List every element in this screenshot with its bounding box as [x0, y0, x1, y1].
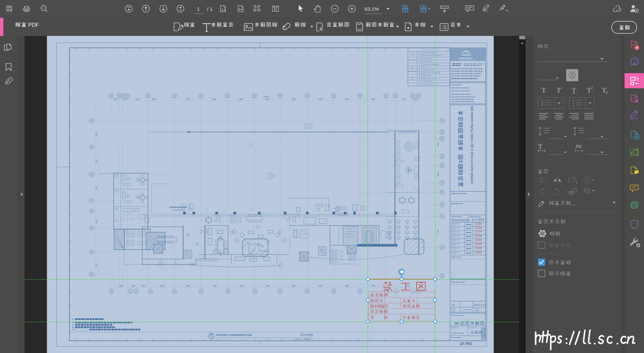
- svg-text:7800: 7800: [291, 285, 296, 287]
- svg-text:7900: 7900: [437, 142, 439, 146]
- svg-text:FF: FF: [210, 334, 213, 336]
- svg-text:2021.5.31: 2021.5.31: [474, 303, 486, 306]
- svg-text:3: 3: [458, 160, 464, 163]
- svg-text:...: ...: [572, 201, 575, 206]
- svg-text:1400: 1400: [141, 285, 145, 287]
- svg-text:7800: 7800: [371, 285, 375, 287]
- svg-text:FIXTURE & FURNISHING PLAN: FIXTURE & FURNISHING PLAN: [216, 334, 252, 336]
- svg-text:2450: 2450: [119, 285, 123, 287]
- svg-text:7800: 7800: [318, 285, 322, 287]
- svg-text:1400: 1400: [136, 98, 140, 100]
- svg-text:3800: 3800: [95, 159, 97, 163]
- svg-text:7800: 7800: [186, 285, 190, 287]
- svg-text:8300: 8300: [160, 285, 164, 287]
- svg-text:T: T: [572, 86, 577, 94]
- svg-text:?: ?: [571, 73, 574, 78]
- svg-text:PDF: PDF: [28, 22, 39, 28]
- svg-text:1000: 1000: [123, 98, 127, 100]
- svg-text:5300: 5300: [437, 172, 439, 176]
- svg-text:/ 1: / 1: [207, 6, 213, 12]
- svg-text:Scale 1 : 150(A1): Scale 1 : 150(A1): [295, 338, 311, 340]
- svg-text:8300: 8300: [152, 98, 156, 100]
- svg-text:7800: 7800: [345, 285, 349, 287]
- svg-text:.: .: [459, 153, 464, 154]
- svg-text:2021.5.31: 2021.5.31: [452, 332, 464, 335]
- svg-text:7800: 7800: [239, 98, 243, 100]
- svg-text:S0100210182: S0100210182: [451, 218, 469, 222]
- svg-text:1:1: 1:1: [221, 8, 226, 11]
- svg-text:63.1%: 63.1%: [365, 6, 379, 12]
- svg-text:A1: A1: [452, 303, 455, 306]
- svg-text:7800: 7800: [345, 98, 349, 100]
- svg-text:2450: 2450: [113, 98, 117, 100]
- svg-text:1: 1: [197, 6, 200, 12]
- svg-text:7800: 7800: [239, 285, 244, 287]
- svg-text:9150: 9150: [406, 285, 410, 287]
- svg-text:7800: 7800: [265, 285, 269, 287]
- svg-text:-1F: -1F: [210, 337, 213, 339]
- svg-text:7800: 7800: [371, 98, 375, 100]
- svg-text:5000: 5000: [95, 219, 97, 223]
- svg-text:A: A: [632, 43, 635, 47]
- svg-text:7800: 7800: [212, 98, 216, 100]
- svg-text:7800: 7800: [265, 98, 269, 100]
- svg-text:87300: 87300: [264, 96, 269, 98]
- svg-text:3: 3: [573, 104, 574, 107]
- svg-text:7800: 7800: [318, 98, 322, 100]
- svg-text:1: 1: [606, 90, 608, 95]
- svg-text:7800: 7800: [95, 186, 97, 190]
- svg-text:-1F-P01: -1F-P01: [459, 342, 472, 346]
- svg-text:7800: 7800: [95, 263, 97, 267]
- svg-text:7800: 7800: [213, 285, 217, 287]
- svg-text:7000: 7000: [437, 230, 439, 233]
- svg-text:7700: 7700: [402, 98, 406, 100]
- svg-text:T: T: [556, 86, 561, 94]
- svg-text:7800: 7800: [291, 98, 296, 100]
- svg-text:T: T: [538, 143, 543, 150]
- svg-text:AV: AV: [575, 143, 582, 149]
- svg-text:5150: 5150: [414, 98, 418, 100]
- svg-text:CHENG NAN YI HAO 3 QU YANG TAN: CHENG NAN YI HAO 3 QU YANG TANG XIANG WU: [470, 106, 474, 184]
- svg-text:7800: 7800: [185, 98, 190, 100]
- svg-text:1: 1: [591, 85, 593, 90]
- svg-text:3800: 3800: [95, 132, 97, 136]
- svg-text:1000: 1000: [131, 285, 135, 287]
- svg-text:T: T: [541, 86, 546, 94]
